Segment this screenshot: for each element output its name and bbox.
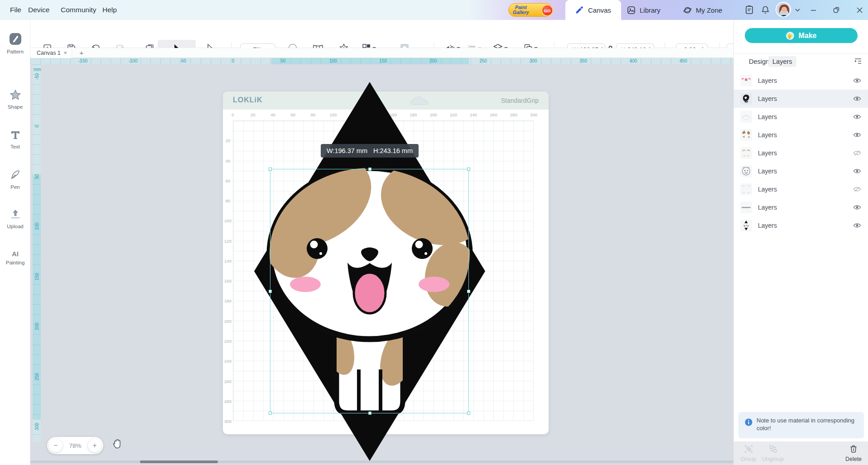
add-canvas-button[interactable]: + (76, 48, 87, 58)
upload-icon (10, 208, 21, 220)
layer-label: Layers (758, 113, 853, 120)
sidebar-item-upload[interactable]: Upload (0, 208, 30, 229)
library-icon (627, 6, 636, 14)
restore-button[interactable] (831, 5, 842, 15)
selection-handle[interactable] (467, 290, 470, 293)
paint-gallery-badge[interactable]: PaintGallery GO (508, 3, 553, 17)
canvas-tab[interactable]: Canvas 1 × (30, 48, 72, 58)
planet-icon (683, 6, 692, 14)
paint-gallery-label: PaintGallery (513, 5, 529, 15)
tab-canvas[interactable]: Canvas (565, 0, 621, 20)
tab-close-icon[interactable]: × (64, 50, 67, 56)
ai-icon: AI (12, 250, 19, 258)
layer-row[interactable]: Layers (734, 108, 868, 126)
chevron-down-icon[interactable] (792, 5, 803, 15)
eye-icon[interactable] (853, 95, 861, 103)
eye-icon[interactable] (853, 221, 861, 230)
eye-icon[interactable] (853, 113, 861, 121)
left-sidebar: Pattern Shape Text Pen Upload AI Paintin… (0, 20, 30, 465)
eye-off-icon[interactable] (853, 149, 861, 157)
selection-handle[interactable] (368, 412, 371, 415)
menu-file[interactable]: File (10, 0, 21, 20)
zoom-out-button[interactable]: − (49, 439, 63, 452)
pattern-icon (9, 33, 22, 45)
notes-icon[interactable] (744, 5, 755, 15)
menu-bar: File Device Community Help PaintGallery … (0, 0, 868, 20)
info-icon (745, 418, 752, 426)
trash-icon (850, 445, 857, 453)
sidebar-item-pattern[interactable]: Pattern (0, 33, 30, 54)
minimize-button[interactable] (808, 5, 819, 15)
eye-icon[interactable] (853, 203, 861, 211)
selection-handle[interactable] (269, 412, 272, 415)
zoom-in-button[interactable]: + (88, 439, 101, 452)
hand-tool-icon[interactable] (111, 438, 124, 451)
zoom-control: − 78% + (47, 437, 103, 454)
pen-icon (10, 169, 21, 181)
horizontal-scrollbar-thumb[interactable] (140, 460, 218, 463)
layer-thumbnail-dark-blob (740, 93, 752, 105)
group-button: Group (736, 445, 761, 462)
layer-label: Layers (758, 168, 853, 175)
delete-button[interactable]: Delete (841, 445, 866, 462)
layer-row[interactable]: Layers (734, 162, 868, 180)
make-button[interactable]: Make (745, 28, 858, 43)
notifications-bell-icon[interactable] (760, 5, 771, 15)
layer-thumbnail-face-doodle (740, 165, 752, 177)
sidebar-item-pen[interactable]: Pen (0, 169, 30, 190)
layer-row[interactable]: Layers (734, 216, 868, 235)
app-window: File Device Community Help PaintGallery … (0, 0, 868, 465)
menu-community[interactable]: Community (61, 0, 96, 20)
selection-handle[interactable] (467, 168, 470, 171)
menu-help[interactable]: Help (102, 0, 117, 20)
selection-handle[interactable] (269, 168, 272, 171)
eye-icon[interactable] (853, 77, 861, 85)
sidebar-item-text[interactable]: Text (0, 129, 30, 149)
layer-row[interactable]: Layers (734, 126, 868, 144)
sidebar-item-ai-painting[interactable]: AI Painting (0, 250, 30, 265)
layer-thumbnail-gray-line (740, 201, 752, 213)
material-note: Note to use material in corresponding co… (738, 412, 864, 438)
star-icon (10, 89, 21, 101)
layer-thumbnail-faint-shape (740, 111, 752, 123)
canvas-viewport[interactable]: -150-100-50050100150200250300350400450 m… (30, 58, 733, 465)
avatar[interactable] (776, 2, 791, 17)
selection-handle[interactable] (269, 290, 272, 293)
tab-layers[interactable]: Layers (768, 56, 796, 67)
layer-thumbnail-pink-dots (740, 75, 752, 86)
selection-handle[interactable] (368, 168, 371, 171)
layer-thumbnail-brown-patches (740, 129, 752, 141)
selection-box[interactable] (270, 169, 469, 413)
layer-thumbnail-brown-faint (740, 147, 752, 159)
tab-library-label: Library (640, 6, 661, 14)
collapse-panel-icon[interactable] (854, 58, 862, 66)
panel-divider (734, 53, 868, 54)
pencil-icon (575, 6, 584, 14)
layer-label: Layers (758, 77, 853, 84)
selection-handle[interactable] (467, 412, 470, 415)
layer-row[interactable]: Layers (734, 90, 868, 108)
size-tooltip: W:196.37 mm H:243.16 mm (321, 144, 419, 158)
tab-my-zone-label: My Zone (696, 6, 722, 14)
tab-my-zone[interactable]: My Zone (683, 0, 722, 20)
eye-off-icon[interactable] (853, 185, 861, 193)
tab-canvas-label: Canvas (588, 6, 611, 14)
layer-thumbnail-diamond-marks (740, 220, 752, 231)
layer-row[interactable]: Layers (734, 72, 868, 90)
layer-row[interactable]: Layers (734, 144, 868, 162)
layer-row[interactable]: Layers (734, 198, 868, 216)
horizontal-scrollbar-track[interactable] (30, 460, 733, 463)
menu-device[interactable]: Device (28, 0, 49, 20)
layer-label: Layers (758, 131, 853, 139)
close-button[interactable] (854, 5, 865, 15)
eye-icon[interactable] (853, 167, 861, 175)
go-button[interactable]: GO (541, 5, 553, 16)
sidebar-item-shape[interactable]: Shape (0, 89, 30, 110)
ungroup-button: Ungroup (760, 445, 786, 462)
panel-footer: Group Ungroup Delete (734, 441, 868, 465)
layer-label: Layers (758, 204, 853, 211)
layer-row[interactable]: Layers (734, 180, 868, 198)
eye-icon[interactable] (853, 131, 861, 139)
layer-thumbnail-faint-outline (740, 183, 752, 195)
tab-library[interactable]: Library (627, 0, 661, 20)
